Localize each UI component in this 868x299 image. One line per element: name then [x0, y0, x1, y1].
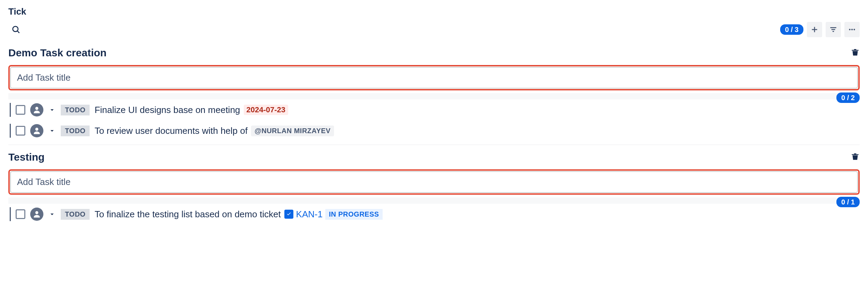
- more-icon: [848, 25, 857, 34]
- task-input-highlight: [8, 169, 860, 195]
- section-count-bar: 0 / 2: [8, 93, 860, 99]
- status-lozenge[interactable]: TODO: [61, 209, 90, 220]
- issue-key: KAN-1: [296, 209, 323, 220]
- task-text: To finalize the testing list based on de…: [94, 209, 281, 220]
- due-date-lozenge[interactable]: 2024-07-23: [244, 105, 289, 115]
- task-bar: [10, 124, 11, 138]
- section-count-badge: 0 / 1: [836, 197, 860, 207]
- expand-toggle[interactable]: [48, 127, 56, 135]
- assignee-avatar[interactable]: [30, 208, 43, 221]
- task-checkbox[interactable]: [16, 105, 25, 115]
- task-type-icon: [284, 210, 293, 219]
- trash-icon: [851, 152, 860, 161]
- check-icon: [286, 211, 292, 217]
- more-button[interactable]: [844, 22, 860, 37]
- task-checkbox[interactable]: [16, 126, 25, 136]
- linked-issue[interactable]: KAN-1 IN PROGRESS: [284, 209, 383, 220]
- task-text: To review user documents with help of: [94, 126, 248, 136]
- overall-count-badge: 0 / 3: [780, 24, 803, 35]
- svg-point-0: [13, 26, 18, 32]
- section-count-badge: 0 / 2: [836, 92, 860, 103]
- svg-point-9: [853, 29, 855, 30]
- expand-toggle[interactable]: [48, 106, 56, 114]
- task-row: TODO To finalize the testing list based …: [8, 204, 860, 225]
- svg-point-7: [849, 29, 850, 30]
- section-header: Demo Task creation: [8, 47, 860, 59]
- task-row: TODO Finalize UI designs base on meeting…: [8, 99, 860, 120]
- person-icon: [32, 105, 41, 114]
- assignee-avatar[interactable]: [30, 103, 43, 116]
- delete-section-button[interactable]: [851, 48, 860, 58]
- task-bar: [10, 207, 11, 221]
- section-header: Testing: [8, 151, 860, 163]
- task-title[interactable]: Finalize UI designs base on meeting 2024…: [94, 105, 288, 115]
- add-task-input[interactable]: [10, 67, 858, 88]
- svg-line-1: [17, 31, 19, 33]
- add-task-input[interactable]: [10, 171, 858, 193]
- chevron-down-icon: [48, 106, 56, 114]
- section-title: Demo Task creation: [8, 47, 107, 59]
- assignee-avatar[interactable]: [30, 124, 43, 137]
- task-input-highlight: [8, 65, 860, 90]
- section-title: Testing: [8, 151, 44, 163]
- chevron-down-icon: [48, 127, 56, 135]
- task-text: Finalize UI designs base on meeting: [94, 105, 240, 115]
- task-title[interactable]: To finalize the testing list based on de…: [94, 209, 382, 220]
- status-lozenge[interactable]: TODO: [61, 126, 90, 136]
- section-divider: [8, 145, 860, 145]
- svg-point-8: [851, 29, 853, 30]
- chevron-down-icon: [48, 210, 56, 218]
- trash-icon: [851, 48, 860, 57]
- status-lozenge[interactable]: TODO: [61, 105, 90, 115]
- filter-icon: [829, 25, 838, 34]
- svg-point-10: [35, 107, 39, 110]
- person-icon: [32, 126, 41, 135]
- add-button[interactable]: [807, 22, 822, 37]
- search-icon: [11, 25, 20, 34]
- task-title[interactable]: To review user documents with help of @N…: [94, 126, 334, 136]
- app-title: Tick: [8, 6, 860, 17]
- task-checkbox[interactable]: [16, 209, 25, 219]
- task-bar: [10, 103, 11, 117]
- plus-icon: [810, 25, 819, 34]
- filter-button[interactable]: [826, 22, 841, 37]
- task-row: TODO To review user documents with help …: [8, 120, 860, 141]
- svg-point-12: [35, 211, 39, 214]
- person-icon: [32, 210, 41, 219]
- search-button[interactable]: [8, 22, 24, 37]
- section-count-bar: 0 / 1: [8, 197, 860, 204]
- expand-toggle[interactable]: [48, 210, 56, 218]
- svg-point-11: [35, 128, 39, 131]
- toolbar: 0 / 3: [8, 22, 860, 37]
- issue-status-lozenge: IN PROGRESS: [325, 209, 382, 220]
- delete-section-button[interactable]: [851, 152, 860, 162]
- mention-lozenge[interactable]: @NURLAN MIRZAYEV: [251, 126, 334, 136]
